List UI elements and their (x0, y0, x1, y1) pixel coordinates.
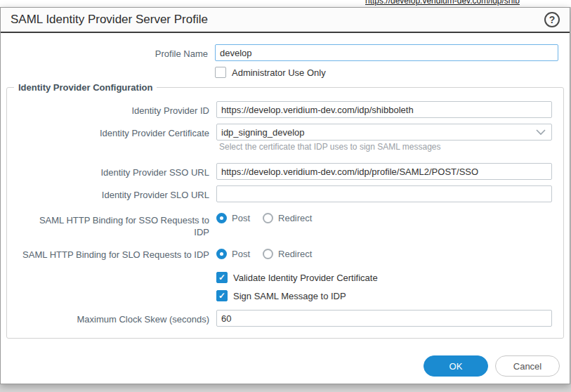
sso-binding-post-radio[interactable] (216, 213, 227, 223)
validate-cert-checkbox[interactable]: ✓ (216, 272, 228, 283)
idp-cert-row: Identity Provider Certificate idp_signin… (10, 124, 552, 141)
sign-saml-checkbox[interactable]: ✓ (216, 290, 228, 301)
validate-cert-row: ✓ Validate Identity Provider Certificate (10, 272, 552, 283)
idp-cert-label: Identity Provider Certificate (10, 125, 209, 139)
saml-idp-server-profile-dialog: SAML Identity Provider Server Profile ? … (0, 7, 570, 384)
clock-skew-row: Maximum Clock Skew (seconds) (10, 310, 552, 327)
idp-config-legend: Identity Provider Configuration (14, 82, 157, 93)
idp-cert-selected-value: idp_signing_develop (221, 127, 305, 138)
sso-url-row: Identity Provider SSO URL (10, 163, 552, 180)
chevron-down-icon (536, 127, 546, 138)
slo-url-label: Identity Provider SLO URL (10, 187, 209, 201)
slo-binding-redirect-radio[interactable] (263, 249, 273, 259)
slo-binding-options: Post Redirect (216, 248, 324, 259)
sso-binding-label: SAML HTTP Binding for SSO Requests to ID… (31, 212, 209, 238)
sso-binding-redirect-radio[interactable] (263, 213, 273, 223)
admin-use-only-row: Administrator Use Only (1, 67, 558, 78)
help-icon[interactable]: ? (544, 12, 560, 27)
profile-name-row: Profile Name (1, 44, 558, 61)
clock-skew-label: Maximum Clock Skew (seconds) (10, 311, 209, 325)
sso-binding-redirect-label: Redirect (278, 213, 312, 223)
dialog-body: Profile Name Administrator Use Only Iden… (1, 33, 570, 339)
sign-saml-label: Sign SAML Message to IDP (233, 291, 346, 301)
idp-config-fieldset: Identity Provider Configuration Identity… (6, 82, 564, 339)
background-page-strip: https://develop.veridium-dev.com/idp/shi… (0, 0, 571, 7)
sign-saml-row: ✓ Sign SAML Message to IDP (10, 290, 552, 301)
cancel-button[interactable]: Cancel (495, 355, 560, 377)
slo-binding-post-label: Post (232, 249, 250, 259)
idp-cert-select[interactable]: idp_signing_develop (216, 124, 552, 141)
idp-id-label: Identity Provider ID (10, 103, 209, 117)
dialog-title: SAML Identity Provider Server Profile (11, 13, 208, 27)
sso-url-label: Identity Provider SSO URL (10, 164, 209, 178)
slo-binding-redirect-label: Redirect (278, 249, 312, 259)
sso-url-input[interactable] (216, 163, 552, 180)
admin-use-only-label: Administrator Use Only (232, 67, 326, 78)
slo-binding-label: SAML HTTP Binding for SLO Requests to ID… (10, 247, 209, 261)
slo-binding-row: SAML HTTP Binding for SLO Requests to ID… (10, 247, 552, 261)
ok-button[interactable]: OK (424, 355, 488, 377)
dialog-header: SAML Identity Provider Server Profile ? (1, 8, 570, 33)
sso-binding-options: Post Redirect (216, 212, 324, 223)
slo-binding-post-radio[interactable] (216, 249, 227, 259)
profile-name-label: Profile Name (1, 46, 208, 60)
idp-id-input[interactable] (216, 101, 552, 118)
sso-binding-row: SAML HTTP Binding for SSO Requests to ID… (10, 212, 552, 238)
clock-skew-input[interactable] (216, 310, 552, 327)
profile-name-input[interactable] (215, 44, 558, 61)
slo-url-row: Identity Provider SLO URL (10, 185, 552, 202)
admin-use-only-checkbox[interactable] (215, 67, 226, 78)
idp-id-row: Identity Provider ID (10, 101, 552, 118)
slo-url-input[interactable] (216, 185, 552, 202)
dialog-footer: OK Cancel (424, 355, 560, 377)
idp-cert-hint: Select the certificate that IDP uses to … (219, 142, 545, 152)
sso-binding-post-label: Post (232, 213, 250, 223)
validate-cert-label: Validate Identity Provider Certificate (233, 273, 378, 283)
background-url-text: https://develop.veridium-dev.com/idp/shi… (365, 0, 520, 6)
